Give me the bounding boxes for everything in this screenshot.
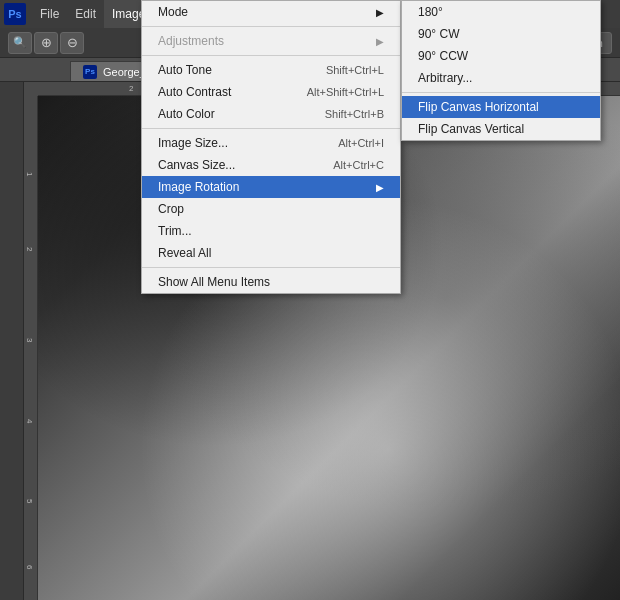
adjustments-arrow-icon: ▶ [376, 36, 384, 47]
menu-item-reveal-all[interactable]: Reveal All [142, 242, 400, 264]
flip-vertical[interactable]: Flip Canvas Vertical [402, 118, 600, 140]
menu-item-mode[interactable]: Mode ▶ [142, 1, 400, 23]
menu-file[interactable]: File [32, 0, 67, 28]
menu-item-auto-tone[interactable]: Auto Tone Shift+Ctrl+L [142, 59, 400, 81]
zoom-tools: 🔍 ⊕ ⊖ [8, 32, 84, 54]
separator-4 [142, 267, 400, 268]
flip-horizontal[interactable]: Flip Canvas Horizontal [402, 96, 600, 118]
menu-item-image-size[interactable]: Image Size... Alt+Ctrl+I [142, 132, 400, 154]
separator-3 [142, 128, 400, 129]
zoom-in-icon[interactable]: ⊕ [34, 32, 58, 54]
rotation-180[interactable]: 180° [402, 1, 600, 23]
separator-2 [142, 55, 400, 56]
mode-arrow-icon: ▶ [376, 7, 384, 18]
menu-item-auto-contrast[interactable]: Auto Contrast Alt+Shift+Ctrl+L [142, 81, 400, 103]
menu-item-show-all[interactable]: Show All Menu Items [142, 271, 400, 293]
rotation-90cw[interactable]: 90° CW [402, 23, 600, 45]
ruler-left-label-6: 6 [25, 565, 34, 569]
rotation-arbitrary[interactable]: Arbitrary... [402, 67, 600, 89]
rotation-submenu: 180° 90° CW 90° CCW Arbitrary... Flip Ca… [401, 0, 601, 141]
menu-edit[interactable]: Edit [67, 0, 104, 28]
rotation-arrow-icon: ▶ [376, 182, 384, 193]
menu-item-auto-color[interactable]: Auto Color Shift+Ctrl+B [142, 103, 400, 125]
menu-item-crop[interactable]: Crop [142, 198, 400, 220]
ruler-left-label-2: 2 [25, 247, 34, 251]
menu-item-trim[interactable]: Trim... [142, 220, 400, 242]
menu-item-adjustments: Adjustments ▶ [142, 30, 400, 52]
ps-logo: Ps [4, 3, 26, 25]
ruler-left: 1 2 3 4 5 6 [24, 96, 38, 600]
zoom-icon[interactable]: 🔍 [8, 32, 32, 54]
tools-panel [0, 82, 24, 600]
tab-ps-icon: Ps [83, 65, 97, 79]
rotation-separator [402, 92, 600, 93]
ruler-label-2: 2 [129, 84, 133, 93]
ruler-left-label-1: 1 [25, 172, 34, 176]
separator-1 [142, 26, 400, 27]
rotation-90ccw[interactable]: 90° CCW [402, 45, 600, 67]
zoom-out-icon[interactable]: ⊖ [60, 32, 84, 54]
ruler-left-label-5: 5 [25, 499, 34, 503]
menu-item-image-rotation[interactable]: Image Rotation ▶ [142, 176, 400, 198]
image-dropdown-menu: Mode ▶ Adjustments ▶ Auto Tone Shift+Ctr… [141, 0, 401, 294]
ruler-left-label-4: 4 [25, 419, 34, 423]
menu-item-canvas-size[interactable]: Canvas Size... Alt+Ctrl+C [142, 154, 400, 176]
ruler-corner [24, 82, 38, 96]
ruler-left-label-3: 3 [25, 338, 34, 342]
